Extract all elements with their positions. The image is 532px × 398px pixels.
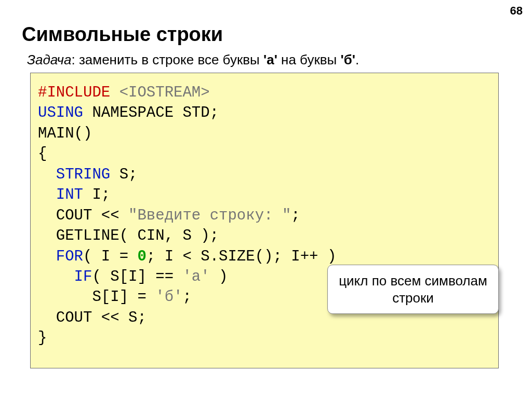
- slide-heading: Символьные строки: [22, 23, 223, 46]
- keyword: IF: [38, 268, 92, 285]
- code-line: GETLINE( CIN, S );: [38, 226, 492, 246]
- char-literal: 'а': [182, 268, 209, 285]
- code-text: I;: [83, 186, 110, 203]
- keyword: STRING: [38, 166, 110, 183]
- code-text: ( S[I] ==: [92, 268, 182, 285]
- code-text: ( I =: [83, 248, 137, 265]
- code-line: {: [38, 144, 492, 164]
- code-line: }: [38, 328, 492, 348]
- task-text-2: на буквы: [277, 52, 341, 67]
- task-text-3: .: [355, 52, 359, 67]
- task-char-a: 'а': [263, 52, 277, 67]
- code-text: ): [210, 268, 228, 285]
- code-line: INT I;: [38, 185, 492, 205]
- code-line: USING NAMESPACE STD;: [38, 103, 492, 123]
- keyword: FOR: [38, 248, 83, 265]
- code-text: S;: [110, 166, 137, 183]
- code-line: STRING S;: [38, 164, 492, 185]
- number-literal: 0: [137, 248, 146, 265]
- page-number: 68: [510, 4, 523, 18]
- code-text: COUT <<: [38, 207, 128, 224]
- task-label: Задача: [27, 52, 71, 67]
- code-block: #INCLUDE <IOSTREAM> USING NAMESPACE STD;…: [30, 73, 499, 368]
- task-description: Задача: заменить в строке все буквы 'а' …: [27, 52, 359, 68]
- code-line: MAIN(): [38, 123, 492, 144]
- code-text: ; I < S.SIZE(); I++ ): [147, 248, 336, 265]
- task-sep: :: [71, 52, 78, 67]
- code-line: #INCLUDE <IOSTREAM>: [38, 83, 492, 103]
- code-text: ;: [291, 207, 300, 224]
- task-char-b: 'б': [341, 52, 355, 67]
- code-line: FOR( I = 0; I < S.SIZE(); I++ ): [38, 246, 492, 267]
- code-text: ;: [182, 289, 191, 306]
- char-literal: 'б': [155, 289, 182, 306]
- include-directive: #INCLUDE: [38, 84, 119, 101]
- code-line: COUT << "Введите строку: ";: [38, 205, 492, 226]
- code-text: NAMESPACE STD;: [83, 104, 219, 121]
- keyword: INT: [38, 186, 83, 203]
- string-literal: "Введите строку: ": [128, 207, 291, 224]
- task-text-1: заменить в строке все буквы: [79, 52, 263, 67]
- keyword: USING: [38, 104, 83, 121]
- include-header: <IOSTREAM>: [119, 84, 210, 101]
- callout-box: цикл по всем символам строки: [327, 265, 499, 314]
- code-text: S[I] =: [38, 289, 155, 306]
